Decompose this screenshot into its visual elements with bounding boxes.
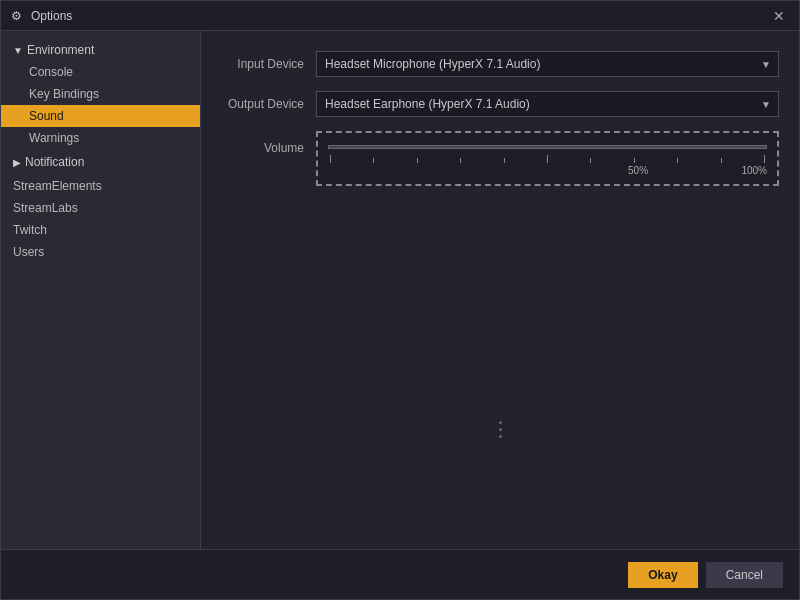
main-panel: Input Device Headset Microphone (HyperX … bbox=[201, 31, 799, 549]
vertical-dots bbox=[499, 421, 502, 438]
slider-track bbox=[328, 145, 767, 149]
notification-group: ▶ Notification bbox=[1, 151, 200, 173]
volume-container: 50% 100% bbox=[316, 131, 779, 186]
tick-8 bbox=[721, 158, 722, 163]
sidebar-item-users[interactable]: Users bbox=[1, 241, 200, 263]
arrow-icon: ▼ bbox=[13, 45, 23, 56]
tick-4 bbox=[504, 158, 505, 163]
input-device-select[interactable]: Headset Microphone (HyperX 7.1 Audio) bbox=[316, 51, 779, 77]
tick-3 bbox=[460, 158, 461, 163]
sidebar-item-warnings[interactable]: Warnings bbox=[1, 127, 200, 149]
sidebar-item-keybindings[interactable]: Key Bindings bbox=[1, 83, 200, 105]
tick-6 bbox=[634, 158, 635, 163]
okay-button[interactable]: Okay bbox=[628, 562, 697, 588]
sidebar-item-streamelements[interactable]: StreamElements bbox=[1, 175, 200, 197]
tick-100 bbox=[764, 155, 765, 163]
environment-group: ▼ Environment Console Key Bindings Sound… bbox=[1, 39, 200, 149]
output-device-label: Output Device bbox=[221, 97, 316, 111]
tick-50 bbox=[547, 155, 548, 163]
sidebar: ▼ Environment Console Key Bindings Sound… bbox=[1, 31, 201, 549]
sidebar-label-users: Users bbox=[13, 245, 44, 259]
sidebar-label-streamlabs: StreamLabs bbox=[13, 201, 78, 215]
volume-label: Volume bbox=[221, 131, 316, 155]
sidebar-item-notification[interactable]: ▶ Notification bbox=[1, 151, 200, 173]
input-device-wrap: Headset Microphone (HyperX 7.1 Audio) ▼ bbox=[316, 51, 779, 77]
options-dialog: ⚙ Options ✕ ▼ Environment Console Key Bi… bbox=[0, 0, 800, 600]
title-bar: ⚙ Options ✕ bbox=[1, 1, 799, 31]
tick-0 bbox=[330, 155, 331, 163]
input-device-row: Input Device Headset Microphone (HyperX … bbox=[221, 51, 779, 77]
content-area: ▼ Environment Console Key Bindings Sound… bbox=[1, 31, 799, 549]
sidebar-item-sound[interactable]: Sound bbox=[1, 105, 200, 127]
dot-1 bbox=[499, 421, 502, 424]
sidebar-label-warnings: Warnings bbox=[29, 131, 79, 145]
sidebar-label-notification: Notification bbox=[25, 155, 84, 169]
slider-wrapper bbox=[328, 145, 767, 149]
tick-5 bbox=[590, 158, 591, 163]
sidebar-label-streamelements: StreamElements bbox=[13, 179, 102, 193]
volume-row: Volume bbox=[221, 131, 779, 186]
volume-labels: 50% 100% bbox=[328, 165, 767, 176]
tick-2 bbox=[417, 158, 418, 163]
sidebar-item-streamlabs[interactable]: StreamLabs bbox=[1, 197, 200, 219]
close-button[interactable]: ✕ bbox=[769, 6, 789, 26]
sidebar-label-console: Console bbox=[29, 65, 73, 79]
sidebar-item-environment[interactable]: ▼ Environment bbox=[1, 39, 200, 61]
center-dots-area bbox=[201, 310, 799, 549]
sidebar-label-keybindings: Key Bindings bbox=[29, 87, 99, 101]
output-device-wrap: Headset Earphone (HyperX 7.1 Audio) ▼ bbox=[316, 91, 779, 117]
volume-100-label: 100% bbox=[741, 165, 767, 176]
sidebar-label-environment: Environment bbox=[27, 43, 94, 57]
output-device-select[interactable]: Headset Earphone (HyperX 7.1 Audio) bbox=[316, 91, 779, 117]
dialog-title: Options bbox=[31, 9, 769, 23]
spacer bbox=[328, 165, 535, 176]
dot-2 bbox=[499, 428, 502, 431]
cancel-button[interactable]: Cancel bbox=[706, 562, 783, 588]
sidebar-item-console[interactable]: Console bbox=[1, 61, 200, 83]
tick-1 bbox=[373, 158, 374, 163]
main-content: Input Device Headset Microphone (HyperX … bbox=[201, 31, 799, 310]
volume-ticks bbox=[328, 153, 767, 163]
sidebar-item-twitch[interactable]: Twitch bbox=[1, 219, 200, 241]
input-device-label: Input Device bbox=[221, 57, 316, 71]
output-device-row: Output Device Headset Earphone (HyperX 7… bbox=[221, 91, 779, 117]
arrow-icon-notification: ▶ bbox=[13, 157, 21, 168]
volume-50-label: 50% bbox=[535, 165, 742, 176]
sidebar-label-sound: Sound bbox=[29, 109, 64, 123]
bottom-bar: Okay Cancel bbox=[1, 549, 799, 599]
tick-7 bbox=[677, 158, 678, 163]
dot-3 bbox=[499, 435, 502, 438]
sidebar-label-twitch: Twitch bbox=[13, 223, 47, 237]
dialog-icon: ⚙ bbox=[11, 9, 25, 23]
